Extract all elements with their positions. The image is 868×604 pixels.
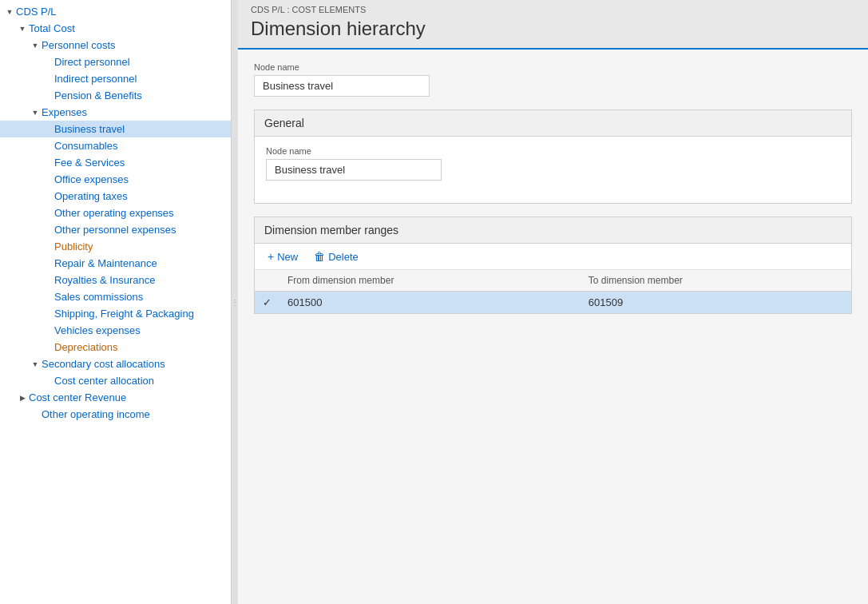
sidebar-item-label: Office expenses xyxy=(54,173,129,185)
sidebar-item-label: Publicity xyxy=(54,240,93,252)
toggle-icon: ▼ xyxy=(29,109,42,117)
sidebar: ▼CDS P/L▼Total Cost▼Personnel costsDirec… xyxy=(0,0,232,604)
sidebar-item-label: Total Cost xyxy=(29,22,75,34)
sidebar-item-label: Expenses xyxy=(42,106,87,118)
node-name-label-top: Node name xyxy=(254,62,852,72)
sidebar-item-label: Other personnel expenses xyxy=(54,224,176,236)
sidebar-item-office-expenses[interactable]: Office expenses xyxy=(0,171,231,188)
table-header-row: From dimension member To dimension membe… xyxy=(255,270,851,292)
delete-icon: 🗑 xyxy=(314,250,325,263)
page-title: Dimension hierarchy xyxy=(251,18,855,40)
sidebar-item-repair-maintenance[interactable]: Repair & Maintenance xyxy=(0,255,231,272)
sidebar-item-label: Fee & Services xyxy=(54,157,125,169)
sidebar-item-total-cost[interactable]: ▼Total Cost xyxy=(0,20,231,37)
main-content: CDS P/L : COST ELEMENTS Dimension hierar… xyxy=(238,0,868,604)
to-member: 601509 xyxy=(581,292,851,314)
sidebar-item-label: Sales commissions xyxy=(54,291,143,303)
sidebar-item-shipping[interactable]: Shipping, Freight & Packaging xyxy=(0,305,231,322)
content-area: Node name Business travel General Node n… xyxy=(238,50,868,327)
col-from: From dimension member xyxy=(279,270,581,292)
sidebar-item-royalties-insurance[interactable]: Royalties & Insurance xyxy=(0,272,231,288)
col-to: To dimension member xyxy=(581,270,851,292)
sidebar-item-pension-benefits[interactable]: Pension & Benefits xyxy=(0,87,231,104)
sidebar-item-business-travel[interactable]: Business travel xyxy=(0,121,231,137)
general-section-header: General xyxy=(255,110,851,137)
sidebar-item-other-operating-income[interactable]: Other operating income xyxy=(0,406,231,423)
new-button-label: New xyxy=(277,251,298,263)
sidebar-item-label: Personnel costs xyxy=(42,39,116,51)
sidebar-item-other-personnel[interactable]: Other personnel expenses xyxy=(0,221,231,238)
sidebar-item-label: Cost center Revenue xyxy=(29,391,126,403)
sidebar-item-fee-services[interactable]: Fee & Services xyxy=(0,154,231,171)
sidebar-item-label: Secondary cost allocations xyxy=(42,358,165,370)
sidebar-item-label: Other operating income xyxy=(42,408,150,420)
sidebar-item-direct-personnel[interactable]: Direct personnel xyxy=(0,54,231,70)
sidebar-item-cds-pl[interactable]: ▼CDS P/L xyxy=(0,3,231,20)
sidebar-item-label: Vehicles expenses xyxy=(54,324,141,336)
sidebar-item-label: CDS P/L xyxy=(16,6,57,18)
node-name-value-top: Business travel xyxy=(254,75,430,97)
sidebar-item-label: Shipping, Freight & Packaging xyxy=(54,308,194,320)
sidebar-item-personnel-costs[interactable]: ▼Personnel costs xyxy=(0,37,231,54)
sidebar-item-label: Cost center allocation xyxy=(54,375,154,387)
new-button[interactable]: + New xyxy=(264,248,301,264)
toggle-icon: ▶ xyxy=(16,394,29,402)
sidebar-item-label: Pension & Benefits xyxy=(54,89,142,101)
table-row[interactable]: ✓601500601509 xyxy=(255,292,851,314)
sidebar-item-vehicles[interactable]: Vehicles expenses xyxy=(0,322,231,339)
sidebar-item-label: Operating taxes xyxy=(54,190,128,202)
sidebar-item-label: Depreciations xyxy=(54,341,118,353)
from-member: 601500 xyxy=(279,292,581,314)
sidebar-item-label: Repair & Maintenance xyxy=(54,257,157,269)
sidebar-item-operating-taxes[interactable]: Operating taxes xyxy=(0,188,231,205)
table-body: ✓601500601509 xyxy=(255,292,851,314)
sidebar-item-label: Indirect personnel xyxy=(54,73,137,85)
plus-icon: + xyxy=(268,250,274,263)
sidebar-item-publicity[interactable]: Publicity xyxy=(0,238,231,255)
sidebar-item-label: Business travel xyxy=(54,123,125,135)
sidebar-item-label: Consumables xyxy=(54,140,118,152)
general-node-name-value: Business travel xyxy=(266,159,442,181)
dim-toolbar: + New 🗑 Delete xyxy=(255,244,851,270)
breadcrumb: CDS P/L : COST ELEMENTS xyxy=(251,5,855,14)
sidebar-item-sales-commissions[interactable]: Sales commissions xyxy=(0,288,231,305)
sidebar-item-other-operating[interactable]: Other operating expenses xyxy=(0,205,231,221)
general-section: General Node name Business travel xyxy=(254,109,852,204)
delete-button-label: Delete xyxy=(328,251,359,263)
sidebar-item-consumables[interactable]: Consumables xyxy=(0,137,231,154)
sidebar-item-indirect-personnel[interactable]: Indirect personnel xyxy=(0,70,231,87)
toggle-icon: ▼ xyxy=(3,8,16,16)
toggle-icon: ▼ xyxy=(16,25,29,33)
row-check: ✓ xyxy=(255,292,279,314)
toggle-icon: ▼ xyxy=(29,42,42,50)
sidebar-item-cost-center-revenue[interactable]: ▶Cost center Revenue xyxy=(0,389,231,406)
general-node-name-label: Node name xyxy=(266,146,840,156)
general-content: Node name Business travel xyxy=(255,137,851,203)
sidebar-item-secondary-cost[interactable]: ▼Secondary cost allocations xyxy=(0,356,231,372)
sidebar-item-expenses[interactable]: ▼Expenses xyxy=(0,104,231,121)
top-bar: CDS P/L : COST ELEMENTS Dimension hierar… xyxy=(238,0,868,50)
toggle-icon: ▼ xyxy=(29,360,42,368)
sidebar-item-cost-center-alloc[interactable]: Cost center allocation xyxy=(0,372,231,389)
sidebar-item-label: Direct personnel xyxy=(54,56,130,68)
divider[interactable]: ⋮ xyxy=(232,0,238,604)
col-check xyxy=(255,270,279,292)
dimension-ranges-section: Dimension member ranges + New 🗑 Delete F… xyxy=(254,217,852,314)
sidebar-item-depreciations[interactable]: Depreciations xyxy=(0,339,231,356)
dimension-ranges-header: Dimension member ranges xyxy=(255,217,851,244)
sidebar-item-label: Other operating expenses xyxy=(54,207,174,219)
dimension-table: From dimension member To dimension membe… xyxy=(255,270,851,313)
sidebar-item-label: Royalties & Insurance xyxy=(54,274,155,286)
delete-button[interactable]: 🗑 Delete xyxy=(311,248,362,264)
